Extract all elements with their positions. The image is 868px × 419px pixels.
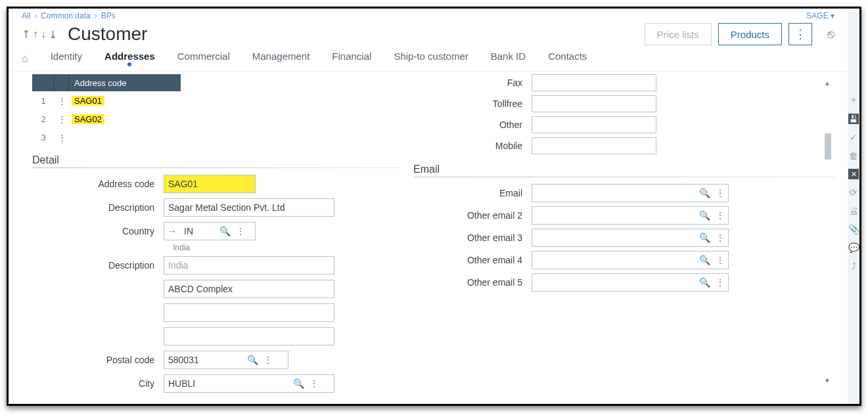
label-other: Other [413, 120, 532, 130]
more-icon[interactable]: ⋮ [712, 210, 728, 221]
other-phone-field[interactable] [532, 116, 656, 133]
email2-field[interactable] [532, 207, 697, 224]
address-line2-field[interactable] [164, 303, 334, 322]
postal-code-field[interactable] [164, 351, 244, 368]
address-line3-field[interactable] [164, 327, 334, 345]
bc-sep: › [34, 11, 37, 20]
label-tollfree: Tollfree [413, 99, 532, 109]
country-field[interactable] [180, 223, 217, 240]
save-icon[interactable]: 💾 [848, 114, 859, 124]
grid-corner [32, 74, 55, 91]
price-lists-button: Price lists [645, 23, 712, 45]
row-actions-icon[interactable]: ⋮ [55, 96, 69, 106]
more-actions-button[interactable]: ⋮ [788, 23, 812, 45]
label-description: Description [32, 202, 164, 213]
more-icon[interactable]: ⋮ [712, 232, 728, 243]
check-icon[interactable]: ✓ [850, 132, 857, 143]
row-actions-icon[interactable]: ⋮ [55, 133, 69, 143]
search-icon[interactable]: 🔍 [244, 355, 260, 365]
user-menu[interactable]: SAGE ▾ [806, 11, 834, 20]
email3-field[interactable] [532, 229, 697, 246]
right-icon-rail: ＋ 💾 ✓ 🗑 ✕ ⟳ 🖨 📎 💬 ⤴ [848, 9, 859, 404]
nav-prev-icon[interactable]: ↑ [33, 28, 38, 41]
mobile-field[interactable] [532, 137, 656, 154]
search-icon[interactable]: 🔍 [697, 210, 712, 221]
email5-field[interactable] [532, 274, 697, 291]
tab-identity[interactable]: Identity [51, 51, 82, 66]
description-field[interactable] [164, 198, 334, 217]
goto-icon[interactable]: → [164, 226, 180, 236]
label-email: Email [413, 188, 532, 198]
close-icon[interactable]: ✕ [848, 169, 859, 179]
more-icon[interactable]: ⋮ [712, 255, 728, 265]
more-icon[interactable]: ⋮ [712, 277, 728, 288]
email-field[interactable] [532, 185, 697, 202]
search-icon[interactable]: 🔍 [217, 226, 233, 236]
delete-icon[interactable]: 🗑 [849, 150, 858, 161]
label-email3: Other email 3 [413, 232, 532, 243]
products-button[interactable]: Products [718, 23, 782, 45]
country-name: India [173, 243, 400, 252]
grid-cell[interactable]: SAG01 [69, 96, 181, 106]
label-email5: Other email 5 [413, 277, 532, 288]
tab-strip: ⌂ Identity Addresses Commercial Manageme… [9, 51, 848, 72]
grid-cell[interactable]: SAG02 [69, 114, 181, 124]
row-actions-icon[interactable]: ⋮ [55, 114, 69, 124]
tab-financial[interactable]: Financial [332, 51, 371, 66]
grid-header-address-code: Address code [69, 74, 181, 91]
tab-addresses[interactable]: Addresses [104, 51, 155, 66]
page-title: Customer [68, 24, 147, 45]
tab-shipto[interactable]: Ship-to customer [394, 51, 468, 66]
label-fax: Fax [413, 77, 532, 88]
tollfree-field[interactable] [532, 95, 656, 112]
label-email2: Other email 2 [413, 210, 532, 221]
section-email-title: Email [413, 164, 836, 175]
fax-field[interactable] [532, 74, 656, 91]
more-icon[interactable]: ⋮ [306, 378, 322, 389]
label-postal: Postal code [32, 355, 164, 365]
grid-row-num: 2 [32, 114, 55, 124]
email4-field[interactable] [532, 252, 697, 269]
home-icon[interactable]: ⌂ [22, 53, 28, 64]
bc-sep: › [95, 11, 97, 20]
attach-icon[interactable]: 📎 [848, 224, 859, 234]
bc-common[interactable]: Common data [41, 11, 90, 20]
tab-management[interactable]: Management [252, 51, 310, 66]
breadcrumb: All › Common data › BPs SAGE ▾ [9, 9, 848, 20]
nav-next-icon[interactable]: ↓ [41, 28, 46, 41]
search-icon[interactable]: 🔍 [697, 255, 712, 265]
title-bar: ⤒ ↑ ↓ ⤓ Customer Price lists Products ⋮ … [9, 20, 848, 51]
address-line1-field[interactable] [164, 280, 334, 298]
grid-row-num: 1 [32, 96, 55, 106]
search-icon[interactable]: 🔍 [290, 378, 306, 389]
vertical-scrollbar[interactable] [824, 81, 832, 383]
tab-contacts[interactable]: Contacts [548, 51, 587, 66]
tab-bankid[interactable]: Bank ID [491, 51, 526, 66]
search-icon[interactable]: 🔍 [697, 277, 712, 288]
more-icon[interactable]: ⋮ [260, 355, 276, 365]
exit-icon[interactable]: ⎋ [821, 23, 840, 45]
grid-corner [55, 74, 69, 91]
more-icon[interactable]: ⋮ [233, 226, 248, 236]
address-code-field[interactable] [164, 175, 256, 193]
label-description2: Description [32, 260, 164, 271]
refresh-icon[interactable]: ⟳ [850, 187, 857, 198]
bc-bps[interactable]: BPs [101, 11, 116, 20]
label-city: City [32, 378, 164, 389]
search-icon[interactable]: 🔍 [697, 188, 712, 198]
country-desc-field[interactable] [164, 256, 334, 275]
section-detail-title: Detail [32, 154, 400, 166]
more-icon[interactable]: ⋮ [712, 188, 728, 198]
section-separator [32, 167, 400, 168]
tab-commercial[interactable]: Commercial [177, 51, 230, 66]
search-icon[interactable]: 🔍 [697, 232, 712, 243]
bc-all[interactable]: All [22, 11, 30, 20]
nav-first-icon[interactable]: ⤒ [22, 28, 30, 41]
add-icon[interactable]: ＋ [849, 94, 858, 106]
export-icon[interactable]: ⤴ [852, 261, 856, 271]
nav-last-icon[interactable]: ⤓ [49, 28, 57, 41]
print-icon[interactable]: 🖨 [849, 206, 858, 216]
comment-icon[interactable]: 💬 [848, 242, 859, 253]
label-address-code: Address code [32, 179, 164, 189]
city-field[interactable] [164, 375, 290, 392]
